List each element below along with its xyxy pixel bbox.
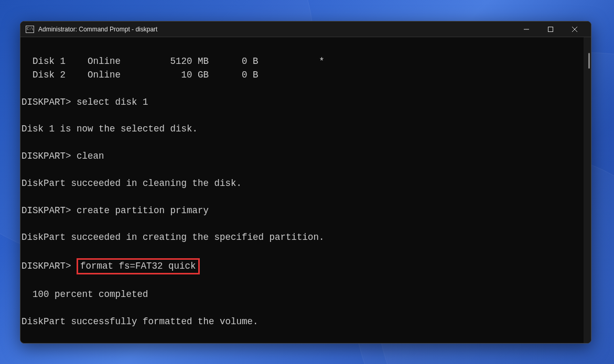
prompt-line-create: DISKPART> create partition primary (21, 205, 209, 216)
output-create-ok: DiskPart succeeded in creating the speci… (21, 232, 325, 242)
output-clean-ok: DiskPart succeeded in cleaning the disk. (21, 178, 242, 189)
svg-rect-1 (548, 27, 553, 31)
highlighted-format-command: format fs=FAT32 quick (77, 258, 200, 274)
output-selected: Disk 1 is now the selected disk. (21, 124, 198, 134)
minimize-button[interactable] (514, 21, 538, 37)
prompt-line-select: DISKPART> select disk 1 (21, 97, 148, 107)
terminal-area[interactable]: Disk 1 Online 5120 MB 0 B * Disk 2 Onlin… (20, 37, 591, 343)
scrollbar-track[interactable] (584, 37, 591, 343)
cmd-icon (26, 26, 34, 33)
output-progress: 100 percent completed (21, 289, 148, 300)
titlebar[interactable]: Administrator: Command Prompt - diskpart (20, 21, 591, 37)
window-title: Administrator: Command Prompt - diskpart (38, 26, 514, 33)
close-button[interactable] (563, 21, 587, 37)
disk-row-2: Disk 2 Online 10 GB 0 B (21, 70, 258, 80)
prompt-line-format: DISKPART> format fs=FAT32 quick (21, 261, 200, 271)
disk-row-1: Disk 1 Online 5120 MB 0 B * (21, 56, 325, 67)
minimize-icon (524, 27, 529, 32)
scrollbar-thumb[interactable] (588, 53, 590, 69)
maximize-icon (548, 27, 553, 32)
output-format-ok: DiskPart successfully formatted the volu… (21, 316, 258, 327)
cmd-window: Administrator: Command Prompt - diskpart… (20, 21, 591, 344)
close-icon (572, 27, 577, 32)
maximize-button[interactable] (538, 21, 563, 37)
window-controls (514, 21, 587, 37)
prompt-line-clean: DISKPART> clean (21, 151, 104, 161)
